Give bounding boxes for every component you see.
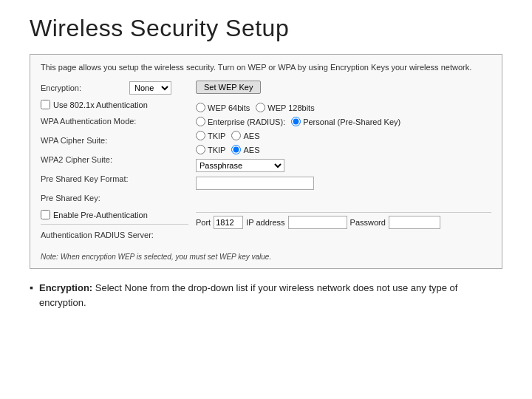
bullet-body: Select None from the drop-down list if y…	[39, 282, 457, 308]
use-8021x-label: Use 802.1x Authentication	[53, 100, 148, 109]
panel-description: This page allows you setup the wireless …	[41, 62, 491, 73]
pre-shared-key-row: Pre Shared Key:	[41, 191, 188, 205]
enterprise-radio[interactable]	[196, 117, 205, 126]
note-text: Note: When encryption WEP is selected, y…	[41, 253, 491, 261]
wpa-auth-label: WPA Authentication Mode:	[41, 117, 136, 126]
wpa-aes-option: AES	[231, 131, 259, 140]
wep-128-label: WEP 128bits	[267, 103, 314, 112]
encryption-label: Encryption:	[41, 83, 129, 92]
wpa-cipher-label: WPA Cipher Suite:	[41, 136, 129, 145]
pre-shared-key-input[interactable]	[196, 177, 314, 190]
wpa-cipher-row: WPA Cipher Suite:	[41, 133, 188, 148]
radius-server-label-row: Authentication RADIUS Server:	[41, 228, 188, 242]
wpa-tkip-option: TKIP	[196, 131, 225, 140]
passphrase-select[interactable]: Passphrase HEX	[196, 159, 284, 172]
wpa-aes-label: AES	[243, 132, 259, 140]
enable-preauth-checkbox[interactable]	[41, 210, 50, 219]
pre-shared-key-label: Pre Shared Key:	[41, 194, 129, 202]
wpa-aes-radio[interactable]	[231, 131, 241, 140]
bullet-icon: ▪	[30, 282, 33, 293]
ip-label: IP address	[246, 218, 284, 227]
wpa2-cipher-label: WPA2 Cipher Suite:	[41, 155, 129, 164]
pre-shared-format-label: Pre Shared Key Format:	[41, 174, 129, 183]
wpa2-cipher-row: WPA2 Cipher Suite:	[41, 152, 188, 167]
wep-128-option: WEP 128bits	[256, 103, 314, 112]
port-label: Port	[196, 218, 211, 227]
enable-preauth-label: Enable Pre-Authentication	[53, 211, 148, 219]
pre-shared-format-row: Pre Shared Key Format:	[41, 171, 188, 186]
set-wep-button[interactable]: Set WEP Key	[196, 81, 261, 94]
radius-server-label: Authentication RADIUS Server:	[41, 231, 154, 239]
wpa2-aes-option: AES	[231, 145, 259, 154]
wep-64-radio[interactable]	[196, 103, 205, 112]
wep-128-radio[interactable]	[256, 103, 265, 112]
wpa2-tkip-option: TKIP	[196, 145, 225, 154]
wpa2-aes-radio[interactable]	[231, 145, 241, 154]
bullet-section: ▪ Encryption: Select None from the drop-…	[30, 281, 502, 310]
wpa-tkip-radio[interactable]	[196, 131, 205, 140]
radius-port-input[interactable]	[214, 216, 243, 229]
wpa2-aes-label: AES	[243, 146, 259, 154]
enterprise-option: Enterprise (RADIUS):	[196, 117, 285, 126]
bullet-prefix: Encryption:	[39, 282, 92, 293]
wpa-tkip-label: TKIP	[208, 132, 225, 140]
radius-ip-input[interactable]	[288, 216, 347, 229]
enterprise-label: Enterprise (RADIUS):	[208, 117, 285, 126]
bullet-text: Encryption: Select None from the drop-do…	[39, 281, 502, 310]
use-8021x-row: Use 802.1x Authentication	[41, 100, 188, 109]
password-label: Password	[350, 218, 386, 227]
enable-preauth-row: Enable Pre-Authentication	[41, 210, 188, 219]
personal-radio[interactable]	[291, 117, 301, 126]
radius-password-input[interactable]	[389, 216, 440, 229]
personal-label: Personal (Pre-Shared Key)	[303, 117, 400, 126]
settings-panel: This page allows you setup the wireless …	[30, 54, 502, 269]
personal-option: Personal (Pre-Shared Key)	[291, 117, 400, 126]
wpa2-tkip-radio[interactable]	[196, 145, 205, 154]
wpa2-tkip-label: TKIP	[208, 146, 225, 154]
wpa-auth-row: WPA Authentication Mode:	[41, 114, 188, 129]
wep-64-option: WEP 64bits	[196, 103, 250, 112]
encryption-row: Encryption: None WEP WPA WPA2	[41, 81, 188, 95]
page-title: Wireless Security Setup	[30, 15, 502, 42]
use-8021x-checkbox[interactable]	[41, 100, 50, 109]
wep-64-label: WEP 64bits	[208, 103, 250, 112]
encryption-select[interactable]: None WEP WPA WPA2	[129, 81, 171, 95]
